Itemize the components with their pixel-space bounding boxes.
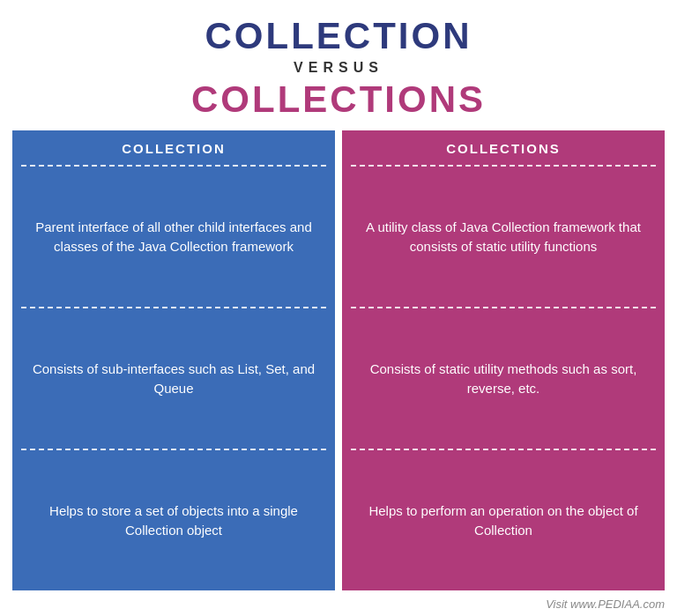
- divider-left-2: [21, 307, 326, 308]
- left-column: COLLECTION Parent interface of all other…: [12, 130, 335, 590]
- divider-left-1: [21, 165, 326, 167]
- page-container: COLLECTION VERSUS COLLECTIONS COLLECTION…: [0, 0, 677, 616]
- title-collections: COLLECTIONS: [0, 79, 677, 120]
- divider-right-3: [351, 449, 656, 450]
- left-column-header: COLLECTION: [12, 130, 335, 165]
- right-cell-1: A utility class of Java Collection frame…: [342, 167, 665, 307]
- versus-text: VERSUS: [0, 60, 677, 76]
- left-cell-1: Parent interface of all other child inte…: [12, 167, 335, 307]
- right-column-header: COLLECTIONS: [342, 130, 665, 165]
- comparison-table: COLLECTION Parent interface of all other…: [12, 130, 665, 590]
- left-cell-3: Helps to store a set of objects into a s…: [12, 450, 335, 590]
- divider-right-1: [351, 165, 656, 167]
- title-collection: COLLECTION: [0, 16, 677, 56]
- divider-right-2: [351, 307, 656, 308]
- right-column: COLLECTIONS A utility class of Java Coll…: [342, 130, 665, 590]
- right-cell-2: Consists of static utility methods such …: [342, 308, 665, 449]
- left-cell-2: Consists of sub-interfaces such as List,…: [12, 308, 335, 449]
- right-cell-3: Helps to perform an operation on the obj…: [342, 450, 665, 590]
- divider-left-3: [21, 449, 326, 450]
- footer-text: Visit www.PEDIAA.com: [12, 597, 665, 616]
- header-section: COLLECTION VERSUS COLLECTIONS: [0, 0, 677, 130]
